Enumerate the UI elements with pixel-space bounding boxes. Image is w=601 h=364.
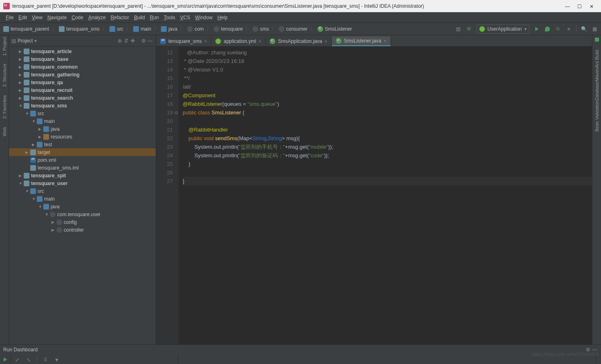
expand-all-icon[interactable]: ⤢ <box>14 357 20 363</box>
project-tree[interactable]: ▶tensquare_article▶tensquare_base▶tensqu… <box>9 47 156 344</box>
tree-item-target[interactable]: ▶target <box>9 148 156 156</box>
tab-smsapplication-java[interactable]: SmsApplication.java× <box>266 36 332 46</box>
maximize-button[interactable]: ☐ <box>577 4 582 9</box>
tree-item-main[interactable]: ▼main <box>9 117 156 125</box>
tree-item-tensquare_article[interactable]: ▶tensquare_article <box>9 47 156 55</box>
run-button[interactable] <box>2 356 9 363</box>
tree-item-tensquare_qa[interactable]: ▶tensquare_qa <box>9 78 156 86</box>
close-tab-icon[interactable]: × <box>204 39 207 44</box>
scrollbar[interactable] <box>596 355 601 364</box>
tree-item-tensquare_gathering[interactable]: ▶tensquare_gathering <box>9 71 156 78</box>
stop-button[interactable]: ■ <box>565 26 572 32</box>
close-tab-icon[interactable]: × <box>384 38 386 43</box>
hammer-icon[interactable]: ⚒ <box>466 26 472 32</box>
menu-navigate[interactable]: Navigate <box>45 15 69 20</box>
tree-item-pom-xml[interactable]: pom.xml <box>9 156 156 164</box>
crumb-java[interactable]: java <box>161 26 177 32</box>
crumb-tensquare[interactable]: tensquare <box>214 26 243 32</box>
tree-item-tensquare_user[interactable]: ▼tensquare_user <box>9 179 156 187</box>
crumb-sms[interactable]: sms <box>252 26 269 32</box>
collapse-all-icon[interactable]: ⤡ <box>25 357 32 363</box>
tree-item-java[interactable]: ▼java <box>9 203 156 210</box>
menu-refactor[interactable]: Refactor <box>108 15 132 20</box>
right-tool-bean-validation[interactable]: Bean Validation <box>594 100 599 132</box>
tree-item-controller[interactable]: ▶controller <box>9 226 156 234</box>
tree-item-tensquare_sms-iml[interactable]: tensquare_sms.iml <box>9 164 156 172</box>
hide-button[interactable]: — <box>591 346 598 353</box>
right-tool-database[interactable]: Database <box>594 81 599 100</box>
breadcrumb[interactable]: tensquare_parent〉tensquare_sms〉src〉main〉… <box>3 25 455 32</box>
crumb-main[interactable]: main <box>133 26 151 32</box>
left-tool----project[interactable]: 1: Project <box>2 37 7 56</box>
close-tab-icon[interactable]: × <box>259 39 261 44</box>
tree-item-tensquare_base[interactable]: ▶tensquare_base <box>9 55 156 63</box>
crumb-tensquare_parent[interactable]: tensquare_parent <box>3 26 49 32</box>
tree-item-config[interactable]: ▶config <box>9 218 156 226</box>
menu-analyze[interactable]: Analyze <box>86 15 108 20</box>
menu-help[interactable]: Help <box>215 15 230 20</box>
menu-edit[interactable]: Edit <box>16 15 29 20</box>
tree-item-java[interactable]: ▶java <box>9 125 156 133</box>
tree-item-tensquare_recruit[interactable]: ▶tensquare_recruit <box>9 86 156 94</box>
crumb-consumer[interactable]: consumer <box>279 26 308 32</box>
project-structure-button[interactable]: ▦ <box>591 26 598 32</box>
tab-application-yml[interactable]: application.yml× <box>211 36 266 46</box>
left-tool----favorites[interactable]: 2: Favorites <box>2 95 7 118</box>
left-tool----structure[interactable]: 2: Structure <box>2 64 7 87</box>
project-tool-window: ▤ Project ▾ ⊕ ⇵ ✥ ⚙ — ▶tensquare_article… <box>9 35 156 344</box>
tree-item-tensquare_sms[interactable]: ▼tensquare_sms <box>9 102 156 109</box>
tree-item-tensquare_search[interactable]: ▶tensquare_search <box>9 94 156 102</box>
gear-icon[interactable]: ⚙ <box>140 38 147 44</box>
tree-item-com-tensquare-user[interactable]: ▼com.tensquare.user <box>9 210 156 218</box>
tree-item-resources[interactable]: ▶resources <box>9 133 156 141</box>
tree-item-src[interactable]: ▼src <box>9 187 156 195</box>
inspection-ok-icon[interactable] <box>595 38 599 42</box>
settings-icon[interactable]: ✥ <box>130 38 136 44</box>
run-button[interactable] <box>534 26 540 32</box>
menu-build[interactable]: Build <box>132 15 147 20</box>
menu-view[interactable]: View <box>29 15 45 20</box>
editor-tabs[interactable]: tensquare_sms×application.yml×SmsApplica… <box>156 35 592 47</box>
tree-item-tensquare_spit[interactable]: ▶tensquare_spit <box>9 172 156 179</box>
tree-item-src[interactable]: ▼src <box>9 109 156 117</box>
left-tool-web[interactable]: Web <box>2 127 7 136</box>
project-view-selector[interactable]: ▤ Project ▾ <box>11 38 37 44</box>
tab-smslistener-java[interactable]: SmsListener.java× <box>332 36 391 46</box>
crumb-src[interactable]: src <box>109 26 123 32</box>
gear-icon[interactable]: ⚙ <box>585 346 591 353</box>
tree-item-main[interactable]: ▼main <box>9 195 156 203</box>
code-content[interactable]: @Author: zhang xueliang * @Date 2020/3/2… <box>179 47 592 344</box>
coverage-button[interactable]: ↻ <box>555 26 561 32</box>
menu-vcs[interactable]: VCS <box>178 15 193 20</box>
dashboard-title: Run Dashboard <box>3 347 38 353</box>
target-icon[interactable]: ⊕ <box>116 38 123 44</box>
crumb-tensquare_sms[interactable]: tensquare_sms <box>59 26 100 32</box>
menu-window[interactable]: Window <box>192 15 215 20</box>
window-titlebar: tensquare_parent [D:\develop\workspace\t… <box>0 0 601 12</box>
run-config-selector[interactable]: UserApplication ▾ <box>476 25 530 33</box>
group-icon[interactable]: ⠿ <box>42 357 49 363</box>
filter-icon[interactable]: ▼ <box>54 357 60 363</box>
search-everywhere-button[interactable]: 🔍 <box>581 26 587 32</box>
close-button[interactable]: ✕ <box>590 4 594 9</box>
collapse-icon[interactable]: ⇵ <box>123 38 130 44</box>
tree-item-tensquare_common[interactable]: ▶tensquare_common <box>9 63 156 71</box>
minimize-button[interactable]: — <box>565 4 570 9</box>
menu-tools[interactable]: Tools <box>161 15 178 20</box>
close-tab-icon[interactable]: × <box>324 39 327 44</box>
crumb-com[interactable]: com <box>187 26 204 32</box>
menu-run[interactable]: Run <box>147 15 161 20</box>
right-tool-ant-build[interactable]: Ant Build <box>594 50 599 68</box>
hide-button[interactable]: — <box>147 38 153 44</box>
tree-item-test[interactable]: ▶test <box>9 141 156 148</box>
menu-file[interactable]: File <box>3 15 16 20</box>
chevron-down-icon: ▾ <box>524 26 527 32</box>
editor: tensquare_sms×application.yml×SmsApplica… <box>156 35 592 344</box>
gutter[interactable]: 12131415161718⬭192021222324252627 <box>156 47 179 344</box>
crumb-smslistener[interactable]: SmsListener <box>317 26 352 32</box>
tab-tensquare_sms[interactable]: tensquare_sms× <box>156 36 211 46</box>
right-tool-maven[interactable]: Maven <box>594 68 599 81</box>
debug-button[interactable] <box>544 26 551 32</box>
layout-icon[interactable]: ▤ <box>455 26 462 32</box>
menu-code[interactable]: Code <box>69 15 86 20</box>
